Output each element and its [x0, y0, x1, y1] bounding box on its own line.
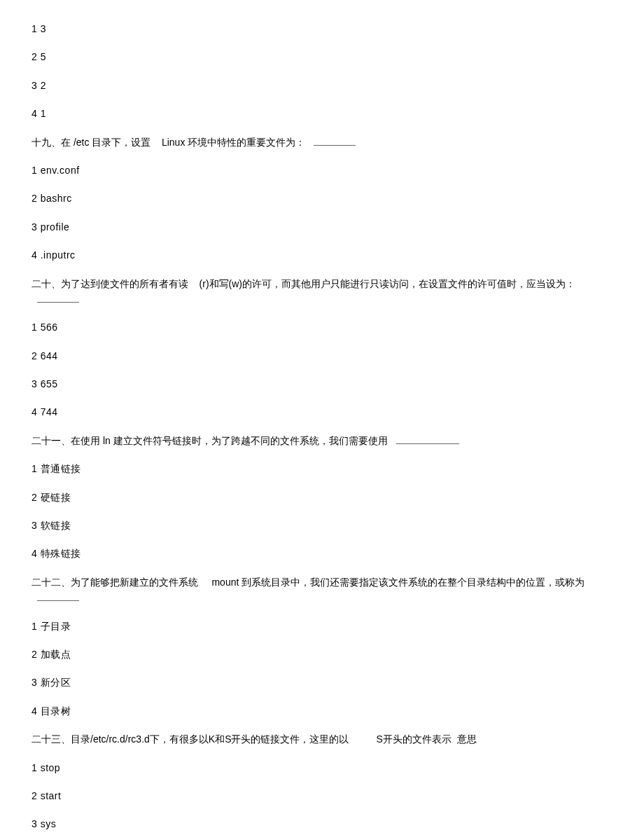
q20-option-2: 2 644	[31, 348, 612, 364]
q20-option-4: 4 744	[31, 404, 612, 420]
q20-text: 二十、为了达到使文件的所有者有读 (r)和写(w)的许可，而其他用户只能进行只读…	[31, 276, 612, 308]
q22-option-1: 1 子目录	[31, 619, 612, 634]
q20-option-1: 1 566	[31, 319, 612, 335]
q21-option-3: 3 软链接	[31, 518, 612, 533]
q23-option-2: 2 start	[31, 788, 612, 803]
q21-text-a: 二十一、在使用	[31, 435, 100, 446]
q21-text: 二十一、在使用 ln 建立文件符号链接时，为了跨越不同的文件系统，我们需要使用	[31, 433, 612, 448]
q23-text: 二十三、目录/etc/rc.d/rc3.d下，有很多以K和S开头的链接文件，这里…	[31, 731, 612, 747]
q19-blank	[314, 135, 356, 146]
q21-option-2: 2 硬链接	[31, 490, 612, 505]
q20-option-3: 3 655	[31, 376, 612, 392]
q22-text-a: 二十二、为了能够把新建立的文件系统	[31, 577, 198, 588]
q21-option-4: 4 特殊链接	[31, 546, 612, 561]
q19-text-a: 十九、在	[31, 137, 71, 148]
q23-text-a: 二十三、目录/etc/rc.d/rc3.d下，有很多以K和S开头的链接文件，这里…	[31, 733, 349, 745]
q22-option-2: 2 加载点	[31, 647, 612, 662]
q19-text-b: /etc 目录下，设置	[74, 137, 150, 148]
q19-option-3: 3 profile	[31, 219, 612, 235]
q23-text-c: 意思	[457, 733, 477, 745]
q18-option-3: 3 2	[31, 78, 612, 93]
q22-text: 二十二、为了能够把新建立的文件系统 mount 到系统目录中，我们还需要指定该文…	[31, 574, 612, 606]
q22-text-b: mount 到系统目录中，我们还需要指定该文件系统的在整个目录结构中的位置，或称…	[211, 577, 584, 588]
q19-text: 十九、在 /etc 目录下，设置 Linux 环境中特性的重要文件为：	[31, 134, 612, 150]
q18-option-4: 4 1	[31, 106, 612, 121]
q18-option-2: 2 5	[31, 49, 612, 64]
q20-text-a: 二十、为了达到使文件的所有者有读	[31, 278, 188, 289]
q20-blank	[37, 292, 79, 303]
q22-blank	[37, 591, 79, 601]
q23-text-b: S开头的文件表示	[376, 733, 451, 745]
q21-text-b: ln 建立文件符号链接时，为了跨越不同的文件系统，我们需要使用	[103, 435, 388, 446]
q22-option-3: 3 新分区	[31, 675, 612, 690]
q18-option-1: 1 3	[31, 21, 612, 36]
q19-option-4: 4 .inputrc	[31, 247, 612, 263]
q19-text-c: Linux 环境中特性的重要文件为：	[162, 137, 305, 148]
q23-option-3: 3 sys	[31, 816, 612, 831]
q20-text-b: (r)和写(w)的许可，而其他用户只能进行只读访问，在设置文件的许可值时，应当设…	[200, 278, 575, 289]
q19-option-2: 2 bashrc	[31, 191, 612, 206]
q21-option-1: 1 普通链接	[31, 461, 612, 476]
q19-option-1: 1 env.conf	[31, 163, 612, 178]
q23-option-1: 1 stop	[31, 760, 612, 775]
q22-option-4: 4 目录树	[31, 703, 612, 719]
q21-blank	[396, 434, 459, 444]
